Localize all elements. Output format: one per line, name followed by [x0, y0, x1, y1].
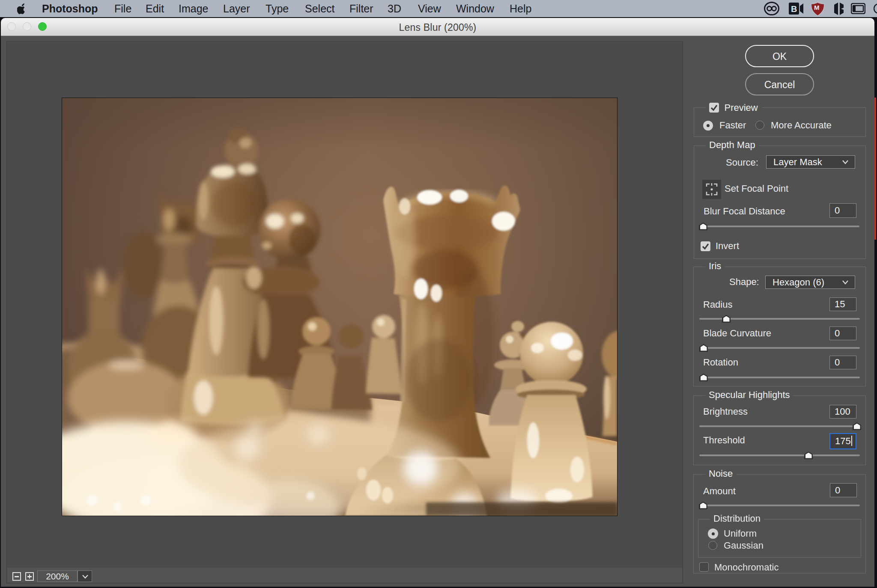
svg-text:B: B	[791, 4, 797, 14]
svg-text:M: M	[814, 4, 820, 11]
